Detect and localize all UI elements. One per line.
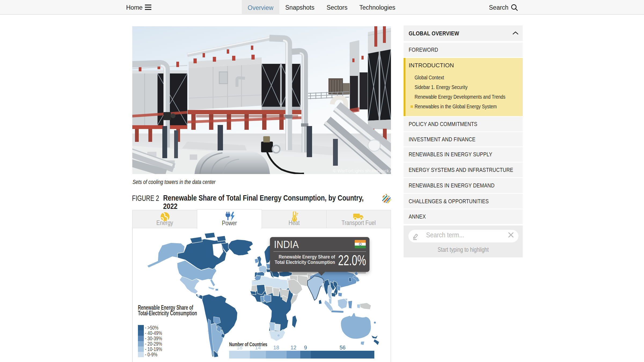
svg-text:© WarForLights shutterstock.co: © WarForLights shutterstock.com <box>333 168 391 173</box>
